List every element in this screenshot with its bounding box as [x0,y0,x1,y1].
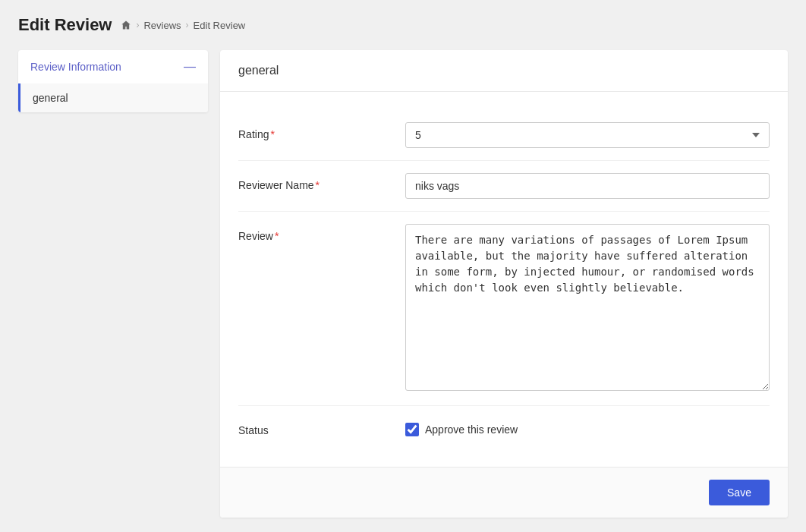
sidebar-section-header[interactable]: Review Information — [18,50,208,83]
section-header: general [220,50,788,92]
breadcrumb-sep-1: › [136,20,139,30]
rating-row: Rating* 1 2 3 4 5 [238,110,770,161]
reviewer-name-label: Reviewer Name* [238,173,405,191]
breadcrumb: › Reviews › Edit Review [121,20,245,31]
reviewer-name-input[interactable] [405,173,770,199]
main-layout: Review Information — general general Rat… [18,50,788,518]
rating-select[interactable]: 1 2 3 4 5 [405,122,770,148]
reviewer-name-control [405,173,770,199]
sidebar-item-label: general [33,92,68,104]
breadcrumb-home-icon [121,20,131,30]
page-header: Edit Review › Reviews › Edit Review [18,15,788,35]
approve-checkbox-label[interactable]: Approve this review [425,423,518,436]
breadcrumb-current: Edit Review [194,20,246,31]
status-row: Status Approve this review [238,406,770,449]
content-footer: Save [220,467,788,518]
review-textarea[interactable]: There are many variations of passages of… [405,224,770,391]
sidebar-collapse-icon: — [184,61,196,73]
rating-required: * [270,128,274,140]
status-checkbox-wrap: Approve this review [405,418,770,436]
breadcrumb-reviews[interactable]: Reviews [143,20,181,31]
review-required: * [275,230,279,242]
section-title: general [238,64,770,77]
breadcrumb-sep-2: › [186,20,189,30]
reviewer-name-required: * [316,179,320,191]
reviewer-name-row: Reviewer Name* [238,161,770,212]
status-control: Approve this review [405,418,770,436]
review-control: There are many variations of passages of… [405,224,770,393]
sidebar-item-general[interactable]: general [18,83,208,112]
save-button[interactable]: Save [709,480,770,505]
page-title: Edit Review [18,15,112,35]
rating-label: Rating* [238,122,405,140]
sidebar: Review Information — general [18,50,208,112]
form-body: Rating* 1 2 3 4 5 Re [220,92,788,467]
review-label: Review* [238,224,405,242]
content-panel: general Rating* 1 2 3 4 5 [220,50,788,518]
approve-checkbox[interactable] [405,423,419,436]
sidebar-section-title: Review Information [30,61,121,73]
review-row: Review* There are many variations of pas… [238,212,770,406]
rating-control: 1 2 3 4 5 [405,122,770,148]
sidebar-section: Review Information — general [18,50,208,112]
status-label: Status [238,418,405,436]
